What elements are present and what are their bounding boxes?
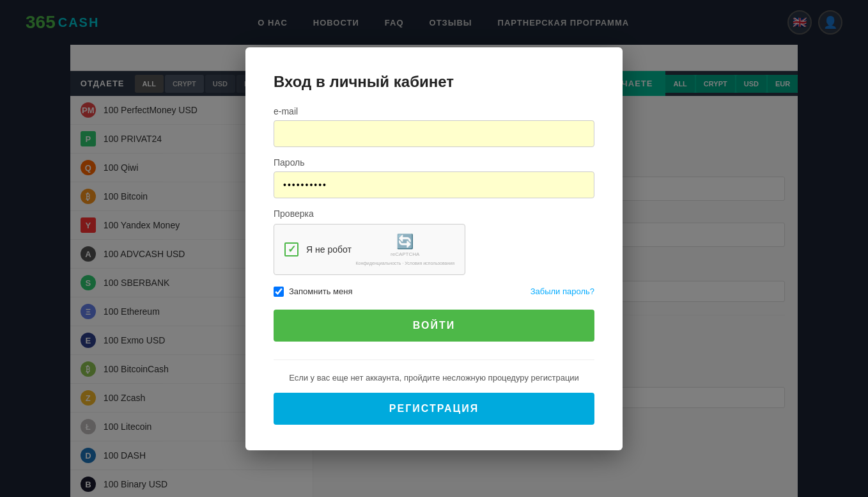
forgot-password-link[interactable]: Забыли пароль? [531,287,594,296]
password-label: Пароль [274,157,594,168]
register-text: Если у вас еще нет аккаунта, пройдите не… [274,373,594,383]
login-modal: Вход в личный кабинет e-mail Пароль Пров… [245,47,623,450]
verification-label: Проверка [274,209,594,219]
register-section: Если у вас еще нет аккаунта, пройдите не… [274,359,594,425]
recaptcha-checkmark: ✓ [288,243,296,255]
login-button[interactable]: ВОЙТИ [274,310,594,342]
recaptcha-checkbox[interactable]: ✓ [284,242,298,256]
remember-row: Запомнить меня Забыли пароль? [274,287,594,297]
recaptcha-logo-icon: 🔄 [396,233,414,250]
email-input[interactable] [274,120,594,147]
recaptcha-label: Я не робот [306,244,352,255]
recaptcha-links: Конфиденциальность · Условия использован… [355,261,454,265]
remember-label: Запомнить меня [289,287,352,296]
recaptcha-brand-text: reCAPTCHA [391,251,419,257]
remember-checkbox[interactable] [274,287,284,297]
modal-title: Вход в личный кабинет [274,73,594,91]
recaptcha-branding: 🔄 reCAPTCHA Конфиденциальность · Условия… [355,233,454,265]
recaptcha-left: ✓ Я не робот [284,242,352,256]
password-input[interactable] [274,171,594,198]
recaptcha-box[interactable]: ✓ Я не робот 🔄 reCAPTCHA Конфиденциально… [274,224,465,275]
register-button[interactable]: РЕГИСТРАЦИЯ [274,393,594,425]
modal-overlay[interactable]: Вход в личный кабинет e-mail Пароль Пров… [0,0,868,497]
remember-left: Запомнить меня [274,287,352,297]
email-label: e-mail [274,106,594,116]
